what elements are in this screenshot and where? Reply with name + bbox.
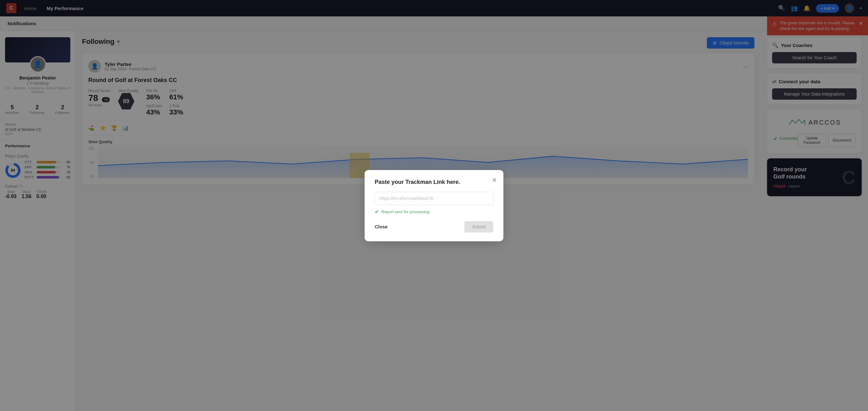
modal-close-x-button[interactable]: ✕ (492, 176, 497, 184)
modal-close-button[interactable]: Close (375, 224, 388, 229)
modal-actions: Close Submit (375, 221, 493, 232)
modal-overlay: Paste your Trackman Link here. ✕ ✔ Repor… (0, 0, 868, 411)
modal-submit-button[interactable]: Submit (464, 221, 493, 232)
success-text: Report sent for processing (381, 210, 429, 214)
modal-success-message: ✔ Report sent for processing (375, 209, 493, 215)
success-check-icon: ✔ (375, 209, 379, 215)
trackman-link-input[interactable] (375, 192, 493, 205)
trackman-modal: Paste your Trackman Link here. ✕ ✔ Repor… (365, 170, 503, 241)
modal-title: Paste your Trackman Link here. (375, 179, 493, 186)
